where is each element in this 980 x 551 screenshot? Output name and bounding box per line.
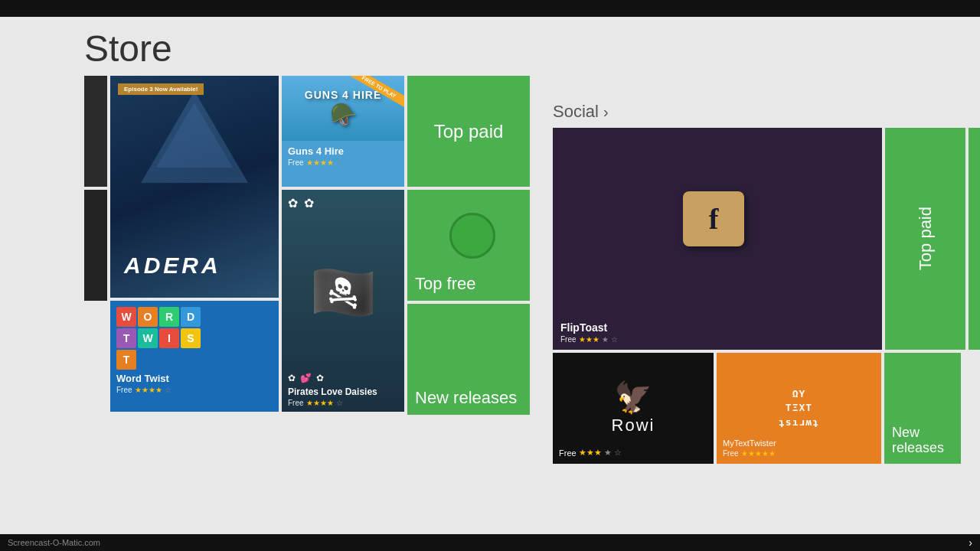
guns-name: Guns 4 Hire <box>288 145 398 157</box>
tile-pirates[interactable]: ✿✿ 🏴‍☠️ ✿💕✿ Pirates Love Daisies <box>282 190 404 412</box>
new-releases-right-label: New releases <box>892 425 953 456</box>
col-guns-pirates: FREE TO PLAY GUNS 4 HIRE 🪖 Guns 4 Hire <box>282 76 404 415</box>
rowi-text: Rowi <box>612 416 655 435</box>
rowi-halfstar: ☆ <box>614 448 622 458</box>
tile-top-free-right[interactable]: Top free <box>969 128 980 350</box>
guns-halfstar: ☆ <box>336 158 343 167</box>
col-green: Top paid Top free New releases <box>407 76 530 415</box>
letter-r: R <box>159 307 179 327</box>
letter-w: W <box>116 307 136 327</box>
fliptoast-info: FlipToast Free ★★★ ★ ☆ <box>553 315 882 350</box>
mtt-meta: Free <box>723 449 739 458</box>
top-free-label: Top free <box>415 275 476 293</box>
left-section: ADERA Episode 3 Now Available! W O <box>0 76 530 464</box>
mtt-info: MyTextTwister Free ★★★★★ <box>723 439 776 458</box>
tile-top-paid-right[interactable]: Top paid <box>885 128 965 350</box>
col1 <box>84 76 107 415</box>
top-paid-label: Top paid <box>434 121 504 142</box>
guns-stars: ★★★★ <box>306 158 334 167</box>
mtt-logo: ΩΥ ΤΞXΤ ʇsıɹʍʇ <box>779 387 819 429</box>
pirates-bottom-flowers: ✿💕✿ <box>288 373 398 383</box>
scroll-arrow[interactable]: › <box>969 536 972 549</box>
tile-fliptoast[interactable]: f FlipToast Free ★★★ ★ ☆ <box>553 128 882 350</box>
letter-o: O <box>138 307 158 327</box>
col-adera: ADERA Episode 3 Now Available! W O <box>110 76 279 415</box>
tile-rowi[interactable]: 🦅 Rowi Free ★★★ ★ ☆ <box>553 353 714 464</box>
tile-small-hidden2[interactable] <box>84 190 107 301</box>
letter-s: S <box>181 328 201 348</box>
tile-mytexttwister[interactable]: ΩΥ ΤΞXΤ ʇsıɹʍʇ MyTextTwister Free ★★★★★ <box>717 353 881 464</box>
fliptoast-stars: ★★★ <box>579 335 599 344</box>
tile-new-releases[interactable]: New releases <box>407 304 530 415</box>
tile-top-paid[interactable]: Top paid <box>407 76 530 187</box>
word-twist-name: Word Twist <box>116 373 273 384</box>
fliptoast-image: f <box>553 128 882 315</box>
adera-badge: Episode 3 Now Available! <box>118 83 204 95</box>
rowi-meta: Free <box>559 448 577 458</box>
new-releases-label: New releases <box>415 389 517 407</box>
rowi-bird-icon: 🦅 <box>614 382 652 412</box>
letter-t2: T <box>116 350 136 370</box>
pirates-image: 🏴‍☠️ <box>282 217 404 368</box>
top-bar <box>0 0 980 17</box>
rowi-stars: ★★★ <box>579 448 602 458</box>
pirates-decoration: ✿✿ <box>282 190 404 217</box>
tile-small-hidden[interactable] <box>84 76 107 187</box>
guns-meta: Free <box>288 158 304 167</box>
mtt-stars: ★★★★★ <box>741 449 776 458</box>
fliptoast-meta: Free <box>560 335 577 344</box>
social-header: Social › <box>553 76 980 128</box>
guns-info: Guns 4 Hire Free ★★★★ ☆ <box>282 141 404 171</box>
social-title[interactable]: Social › <box>553 102 609 122</box>
word-twist-meta: Free <box>116 386 132 394</box>
fliptoast-halfstar: ☆ <box>611 335 618 344</box>
mtt-name: MyTextTwister <box>723 439 776 448</box>
toast-body: f <box>683 191 744 246</box>
tile-new-releases-right[interactable]: New releases <box>884 353 961 464</box>
rowi-info: Free ★★★ ★ ☆ <box>559 448 622 458</box>
letter-t: T <box>116 328 136 348</box>
letter-i: I <box>159 328 179 348</box>
tile-adera[interactable]: ADERA Episode 3 Now Available! <box>110 76 279 298</box>
letter-w2: W <box>138 328 158 348</box>
pirates-name: Pirates Love Daisies <box>288 386 398 397</box>
tile-guns4hire[interactable]: FREE TO PLAY GUNS 4 HIRE 🪖 Guns 4 Hire <box>282 76 404 187</box>
social-chevron: › <box>603 103 609 121</box>
page-title-area: Store <box>0 17 980 76</box>
tile-word-twist[interactable]: W O R D T W I S T Word Twist <box>110 301 279 412</box>
adera-title: ADERA <box>124 253 221 279</box>
top-free-circle <box>449 213 495 259</box>
toast-icon-wrapper: f <box>683 191 752 253</box>
right-section: Social › f <box>553 76 980 464</box>
watermark: Screencast-O-Matic.com <box>8 538 100 547</box>
main-content: ADERA Episode 3 Now Available! W O <box>0 76 980 464</box>
tiles-row: ADERA Episode 3 Now Available! W O <box>84 76 530 415</box>
word-twist-row: W O R D T W I S T Word Twist <box>110 301 279 412</box>
toast-f: f <box>709 202 719 236</box>
letter-d: D <box>181 307 201 327</box>
bottom-bar: Screencast-O-Matic.com › <box>0 534 980 551</box>
right-top-row: f FlipToast Free ★★★ ★ ☆ <box>553 128 980 350</box>
fliptoast-name: FlipToast <box>560 321 874 334</box>
pirates-info-area: ✿💕✿ Pirates Love Daisies Free ★★★★ ☆ <box>282 368 404 412</box>
social-label: Social <box>553 102 599 122</box>
guns-logo-text: GUNS 4 HIRE 🪖 <box>305 90 381 126</box>
word-twist-stars: ★★★★ <box>135 386 162 394</box>
rowi-logo: 🦅 Rowi <box>612 382 655 435</box>
tile-top-free[interactable]: Top free <box>407 190 530 301</box>
pirates-halfstar: ☆ <box>336 399 343 407</box>
top-paid-right-label: Top paid <box>916 207 936 270</box>
word-twist-halfstar: ☆ <box>165 386 172 394</box>
page-title: Store <box>84 28 172 69</box>
right-bottom-row: 🦅 Rowi Free ★★★ ★ ☆ Ω <box>553 353 980 464</box>
pirates-stars: ★★★★ <box>306 399 334 407</box>
pirates-meta: Free <box>288 399 304 407</box>
